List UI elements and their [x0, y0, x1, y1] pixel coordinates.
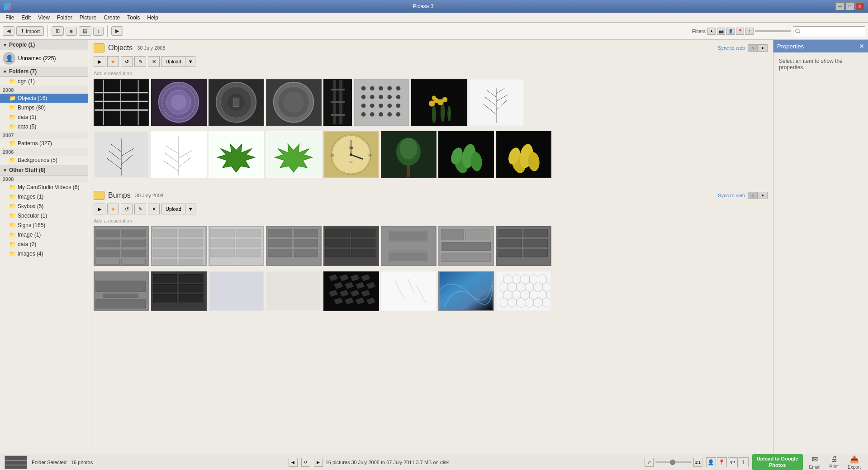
photo-thumb[interactable]	[496, 226, 551, 266]
import-button[interactable]: ⬆ Import	[16, 26, 44, 36]
status-prev-btn[interactable]: ◀	[289, 458, 298, 467]
bumps-play-btn[interactable]: ▶	[94, 204, 105, 214]
properties-close-button[interactable]: ✕	[859, 43, 864, 50]
bumps-upload-btn[interactable]: Upload ▼	[161, 204, 195, 214]
folders-section-header[interactable]: ▼ Folders (7)	[0, 66, 88, 77]
close-button[interactable]: ✕	[855, 2, 864, 10]
photo-thumb[interactable]	[209, 131, 264, 178]
menu-tools[interactable]: Tools	[123, 14, 143, 22]
photo-thumb[interactable]	[151, 271, 207, 311]
sidebar-item-patterns[interactable]: 📁 Patterns (327)	[0, 139, 88, 148]
status-info-btn[interactable]: ℹ	[739, 457, 749, 467]
objects-sync-label[interactable]: Sync to web	[718, 45, 745, 51]
objects-delete-btn[interactable]: ✕	[148, 56, 160, 67]
bumps-edit-btn[interactable]: ✎	[134, 204, 146, 214]
sidebar-item-specular[interactable]: 📁 Specular (1)	[0, 211, 88, 221]
photo-thumb[interactable]	[266, 79, 322, 126]
menu-create[interactable]: Create	[100, 14, 123, 22]
sidebar-item-objects[interactable]: 📁 Objects (16)	[0, 94, 88, 103]
status-next-btn[interactable]: ▶	[314, 458, 323, 467]
photo-thumb[interactable]	[266, 271, 322, 311]
objects-upload-btn[interactable]: Upload ▼	[161, 56, 195, 67]
filter-camera-icon[interactable]: 📷	[717, 28, 725, 35]
restore-button[interactable]: □	[845, 2, 854, 10]
photo-thumb[interactable]	[94, 271, 149, 311]
photo-thumb[interactable]	[438, 226, 494, 266]
photo-thumb[interactable]	[151, 131, 207, 178]
sort-button[interactable]: ↕	[93, 27, 104, 36]
photo-thumb[interactable]	[381, 131, 436, 178]
photo-thumb[interactable]	[381, 226, 436, 266]
sidebar-item-images1[interactable]: 📁 Images (1)	[0, 192, 88, 202]
back-button[interactable]: ◀	[3, 26, 14, 36]
photo-thumb[interactable]	[151, 79, 207, 126]
status-zoom-slider[interactable]	[655, 461, 692, 463]
photo-thumb[interactable]: XII VI IX III	[323, 131, 379, 178]
bumps-rotate-btn[interactable]: ↺	[121, 204, 133, 214]
sidebar-item-data5[interactable]: 📁 data (5)	[0, 122, 88, 132]
photo-thumb[interactable]	[94, 131, 149, 178]
sidebar-item-data2[interactable]: 📁 data (2)	[0, 240, 88, 249]
bumps-upload-arrow-icon[interactable]: ▼	[186, 204, 195, 214]
bumps-star-btn[interactable]: ★	[107, 204, 119, 214]
bumps-sync-on-btn[interactable]: ●	[758, 192, 768, 199]
status-rewind-btn[interactable]: ↺	[301, 458, 310, 467]
people-section-header[interactable]: ▼ People (1)	[0, 40, 88, 50]
objects-star-btn[interactable]: ★	[107, 56, 119, 67]
bumps-delete-btn[interactable]: ✕	[148, 204, 160, 214]
sidebar-person-unnamed[interactable]: 👤 Unnamed (225)	[0, 50, 88, 66]
photo-thumb[interactable]	[209, 79, 264, 126]
photo-thumb[interactable]	[323, 271, 379, 311]
search-input[interactable]	[793, 26, 865, 36]
photo-thumb[interactable]	[469, 79, 524, 126]
photo-thumb[interactable]	[151, 226, 207, 266]
menu-picture[interactable]: Picture	[76, 14, 100, 22]
filter-star-icon[interactable]: ★	[707, 28, 716, 35]
photo-thumb[interactable]	[266, 226, 322, 266]
photo-thumb[interactable]	[94, 226, 149, 266]
sidebar-item-mycam[interactable]: 📁 My CamStudio Videos (6)	[0, 183, 88, 192]
status-tag-btn[interactable]: 🏷	[728, 457, 738, 467]
status-person-btn[interactable]: 👤	[706, 457, 716, 467]
objects-sync-off-btn[interactable]: ○	[748, 44, 758, 52]
filter-person-icon[interactable]: 👤	[726, 28, 735, 35]
upload-google-photos-button[interactable]: Upload to Google Photos	[752, 454, 803, 470]
photo-thumb[interactable]	[94, 79, 149, 126]
objects-sync-on-btn[interactable]: ●	[758, 44, 768, 52]
objects-rotate-btn[interactable]: ↺	[121, 56, 133, 67]
photo-thumb[interactable]	[381, 271, 436, 311]
menu-edit[interactable]: Edit	[18, 14, 34, 22]
menu-help[interactable]: Help	[143, 14, 162, 22]
bumps-album-desc[interactable]: Add a description	[94, 217, 768, 226]
menu-file[interactable]: File	[2, 14, 18, 22]
objects-edit-btn[interactable]: ✎	[134, 56, 146, 67]
bumps-sync-label[interactable]: Sync to web	[718, 193, 745, 198]
sidebar-item-skybox[interactable]: 📁 Skybox (5)	[0, 202, 88, 211]
sidebar-item-image1[interactable]: 📁 Image (1)	[0, 230, 88, 240]
print-action-button[interactable]: 🖨 Print	[827, 454, 842, 470]
view-list-button[interactable]: ≡	[66, 27, 76, 36]
sidebar-item-backgrounds[interactable]: 📁 Backgrounds (5)	[0, 156, 88, 165]
export-action-button[interactable]: 📤 Export	[845, 454, 863, 470]
status-zoom-fit-btn[interactable]: ⤢	[645, 458, 654, 467]
photo-thumb[interactable]	[438, 131, 494, 178]
status-zoom-1-btn[interactable]: 1:1	[693, 458, 702, 467]
photo-thumb[interactable]	[323, 79, 352, 126]
slideshow-button[interactable]: ▶	[111, 26, 123, 36]
photo-thumb[interactable]	[209, 226, 264, 266]
sidebar-item-data1[interactable]: 📁 data (1)	[0, 113, 88, 122]
objects-upload-arrow-icon[interactable]: ▼	[186, 57, 195, 66]
photo-thumb[interactable]	[266, 131, 322, 178]
minimize-button[interactable]: ─	[835, 2, 844, 10]
menu-folder[interactable]: Folder	[53, 14, 76, 22]
sidebar-item-dgn[interactable]: 📁 dgn (1)	[0, 77, 88, 86]
bumps-sync-off-btn[interactable]: ○	[748, 192, 758, 199]
sidebar-item-images4[interactable]: 📁 images (4)	[0, 249, 88, 259]
status-geo-btn[interactable]: 📍	[717, 457, 727, 467]
other-stuff-section-header[interactable]: ▼ Other Stuff (8)	[0, 165, 88, 176]
objects-play-btn[interactable]: ▶	[94, 56, 105, 67]
sidebar-item-signs[interactable]: 📁 Signs (165)	[0, 221, 88, 230]
sidebar-item-bumps[interactable]: 📁 Bumps (80)	[0, 103, 88, 113]
objects-album-desc[interactable]: Add a description	[94, 70, 768, 79]
menu-view[interactable]: View	[34, 14, 53, 22]
